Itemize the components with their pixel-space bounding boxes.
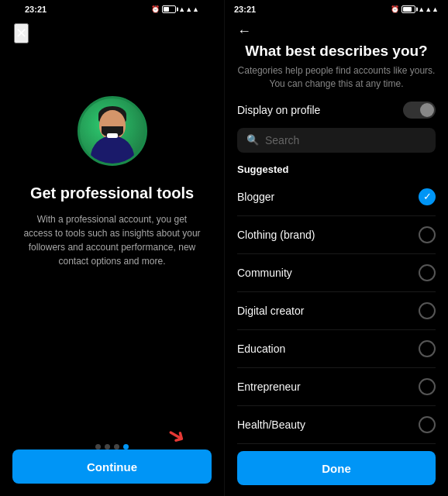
category-item[interactable]: Health/Beauty xyxy=(237,406,436,444)
category-item[interactable]: Community xyxy=(237,254,436,292)
left-description: With a professional account, you get acc… xyxy=(16,212,208,268)
search-input[interactable]: Search xyxy=(265,134,299,146)
category-name: Clothing (brand) xyxy=(237,229,315,241)
right-subtitle: Categories help people find accounts lik… xyxy=(237,64,436,91)
category-item[interactable]: Education xyxy=(237,330,436,368)
category-item[interactable]: Entrepreneur xyxy=(237,368,436,406)
category-item[interactable]: Blogger✓ xyxy=(237,178,436,216)
left-panel: 23:21 ⏰ ▲▲▲ ✕ Get professional tools Wit… xyxy=(0,0,224,496)
dot-2 xyxy=(105,444,110,450)
search-box[interactable]: 🔍 Search xyxy=(237,128,436,153)
status-icons-right: ⏰ ▲▲▲ xyxy=(391,5,439,14)
status-bar-right: 23:21 ⏰ ▲▲▲ xyxy=(225,0,448,19)
time-left: 23:21 xyxy=(25,5,47,14)
dot-3 xyxy=(114,444,119,450)
dot-1 xyxy=(95,444,101,450)
back-button[interactable]: ← xyxy=(225,19,448,43)
categories-list: Blogger✓Clothing (brand)CommunityDigital… xyxy=(237,178,436,444)
battery-icon xyxy=(162,5,176,14)
radio-button[interactable] xyxy=(419,302,436,319)
category-name: Entrepreneur xyxy=(237,381,301,393)
radio-button[interactable] xyxy=(419,378,436,395)
category-item[interactable]: Digital creator xyxy=(237,292,436,330)
radio-button[interactable] xyxy=(419,340,436,357)
close-button[interactable]: ✕ xyxy=(14,23,29,43)
avatar xyxy=(78,96,147,166)
battery-icon-right xyxy=(401,5,415,14)
category-name: Digital creator xyxy=(237,305,304,317)
category-name: Blogger xyxy=(237,191,274,203)
left-title: Get professional tools xyxy=(30,183,194,203)
done-button[interactable]: Done xyxy=(237,451,436,485)
continue-button[interactable]: Continue xyxy=(12,450,212,484)
status-icons-left: ⏰ ▲▲▲ xyxy=(151,5,199,14)
pagination-dots xyxy=(95,444,129,450)
suggested-label: Suggested xyxy=(237,164,436,175)
display-on-profile-label: Display on profile xyxy=(237,104,320,116)
category-name: Health/Beauty xyxy=(237,418,305,431)
alarm-icon: ⏰ xyxy=(151,5,160,13)
signal-icon: ▲▲▲ xyxy=(178,5,199,13)
avatar-figure xyxy=(80,98,145,164)
signal-icon-right: ▲▲▲ xyxy=(418,5,439,13)
arrow-icon: ➜ xyxy=(162,419,190,450)
category-name: Education xyxy=(237,343,285,355)
radio-button[interactable] xyxy=(419,264,436,281)
radio-button[interactable] xyxy=(419,416,436,433)
status-bar-left: 23:21 ⏰ ▲▲▲ xyxy=(16,0,208,19)
radio-button[interactable]: ✓ xyxy=(419,188,436,205)
radio-button[interactable] xyxy=(419,226,436,243)
category-item[interactable]: Clothing (brand) xyxy=(237,216,436,254)
right-title: What best describes you? xyxy=(237,43,436,60)
avatar-body xyxy=(91,136,134,164)
right-content: What best describes you? Categories help… xyxy=(225,43,448,451)
category-name: Community xyxy=(237,267,292,279)
time-right: 23:21 xyxy=(234,5,256,14)
toggle-knob xyxy=(420,103,434,117)
right-panel: 23:21 ⏰ ▲▲▲ ← What best describes you? C… xyxy=(224,0,448,496)
display-on-profile-row: Display on profile xyxy=(237,102,436,119)
avatar-bow xyxy=(107,133,118,138)
alarm-icon-right: ⏰ xyxy=(391,5,399,13)
display-toggle[interactable] xyxy=(403,102,436,119)
dot-4-active xyxy=(123,444,129,450)
search-icon: 🔍 xyxy=(246,134,259,146)
